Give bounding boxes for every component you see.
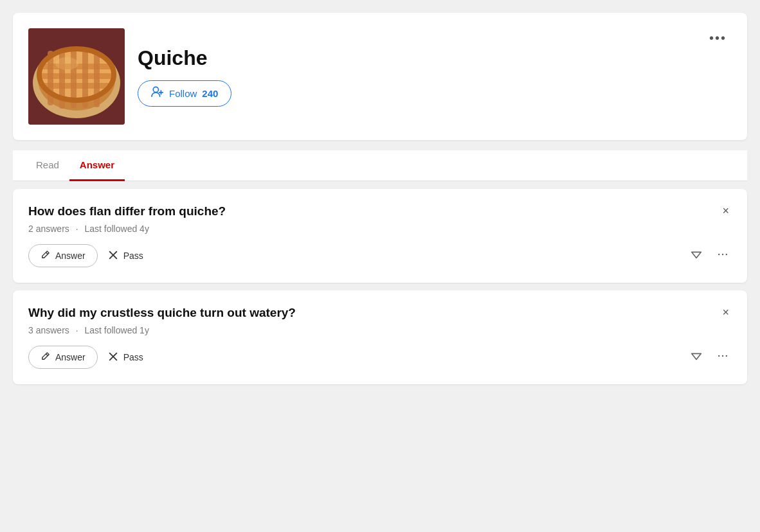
- question-meta-1: 2 answers · Last followed 4y: [28, 224, 732, 234]
- svg-point-27: [722, 355, 724, 357]
- question-title-1: How does flan differ from quiche?: [28, 204, 719, 218]
- collapse-button-1[interactable]: [687, 245, 706, 267]
- more-options-q2-button[interactable]: [714, 347, 732, 368]
- tab-answer[interactable]: Answer: [69, 150, 125, 181]
- collapse-button-2[interactable]: [687, 346, 706, 369]
- follow-person-icon: [151, 86, 164, 101]
- more-options-button[interactable]: •••: [704, 28, 732, 48]
- svg-marker-25: [692, 353, 701, 359]
- svg-point-22: [726, 253, 728, 255]
- answer-label-2: Answer: [55, 352, 86, 362]
- follow-count: 240: [202, 88, 218, 99]
- pass-button-2[interactable]: Pass: [105, 346, 146, 369]
- last-followed-2: Last followed 1y: [84, 325, 149, 335]
- meta-dot-1: ·: [76, 224, 78, 234]
- meta-dot-2: ·: [76, 325, 78, 335]
- topic-card-left: Quiche Follow 240: [28, 28, 231, 125]
- pass-icon-1: [108, 250, 118, 262]
- question-actions-right-1: [687, 245, 732, 267]
- topic-info: Quiche Follow 240: [138, 46, 231, 107]
- question-actions-left-1: Answer Pass: [28, 244, 146, 267]
- last-followed-1: Last followed 4y: [84, 224, 149, 234]
- answers-count-1: 2 answers: [28, 224, 69, 234]
- question-actions-1: Answer Pass: [28, 244, 732, 267]
- close-question-2-button[interactable]: ×: [719, 306, 732, 319]
- pencil-icon-2: [41, 351, 50, 363]
- question-title-2: Why did my crustless quiche turn out wat…: [28, 306, 719, 320]
- svg-point-28: [726, 355, 728, 357]
- question-actions-left-2: Answer Pass: [28, 346, 146, 369]
- svg-point-21: [722, 253, 724, 255]
- topic-title: Quiche: [138, 46, 231, 70]
- answer-button-2[interactable]: Answer: [28, 346, 98, 369]
- question-actions-right-2: [687, 346, 732, 369]
- close-question-1-button[interactable]: ×: [719, 204, 732, 218]
- svg-marker-19: [692, 252, 701, 258]
- question-header-2: Why did my crustless quiche turn out wat…: [28, 306, 732, 320]
- question-meta-2: 3 answers · Last followed 1y: [28, 325, 732, 335]
- svg-point-13: [55, 57, 78, 70]
- answers-count-2: 3 answers: [28, 325, 69, 335]
- question-card-2: Why did my crustless quiche turn out wat…: [13, 290, 747, 384]
- follow-button[interactable]: Follow 240: [138, 80, 231, 107]
- more-options-q1-button[interactable]: [714, 245, 732, 267]
- pass-label-1: Pass: [123, 251, 143, 261]
- question-actions-2: Answer Pass: [28, 346, 732, 369]
- svg-point-14: [153, 87, 158, 92]
- answer-label-1: Answer: [55, 251, 86, 261]
- pass-label-2: Pass: [123, 352, 143, 362]
- pass-button-1[interactable]: Pass: [105, 245, 146, 267]
- svg-point-20: [718, 253, 720, 255]
- topic-image: [28, 28, 125, 125]
- question-header-1: How does flan differ from quiche? ×: [28, 204, 732, 218]
- pencil-icon-1: [41, 250, 50, 262]
- question-card-1: How does flan differ from quiche? × 2 an…: [13, 189, 747, 283]
- follow-label: Follow: [169, 88, 197, 99]
- svg-point-26: [718, 355, 720, 357]
- answer-button-1[interactable]: Answer: [28, 244, 98, 267]
- topic-header-card: Quiche Follow 240 •••: [13, 13, 747, 140]
- pass-icon-2: [108, 351, 118, 364]
- tab-read[interactable]: Read: [26, 150, 69, 181]
- tabs-bar: Read Answer: [13, 150, 747, 181]
